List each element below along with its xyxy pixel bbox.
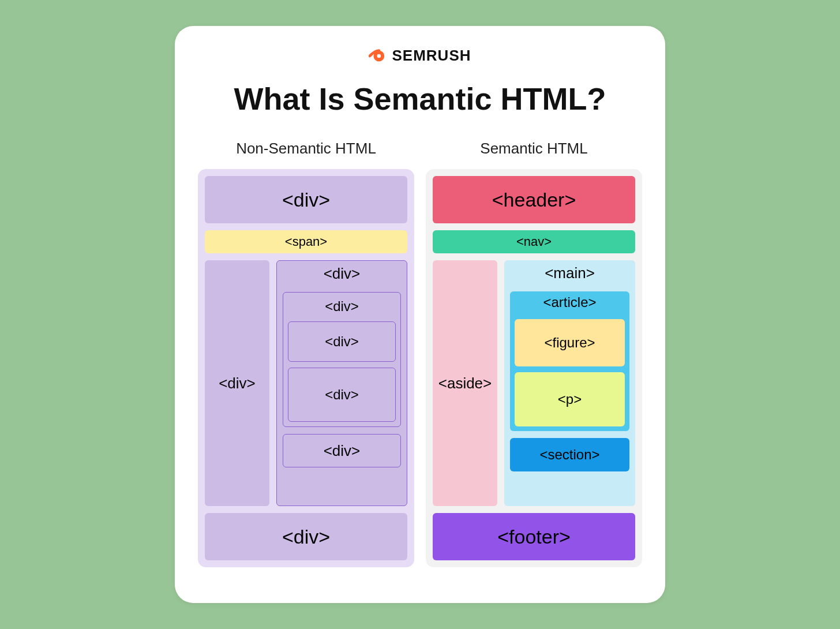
block-article: <article> <figure> <p> [510, 291, 629, 431]
page-title: What Is Semantic HTML? [198, 81, 642, 117]
block-figure: <figure> [515, 319, 625, 366]
infographic-card: SEMRUSH What Is Semantic HTML? Non-Seman… [175, 26, 665, 603]
block-nav-span: <span> [205, 230, 407, 253]
label-main: <main> [510, 260, 629, 286]
block-section-div: <div> [283, 434, 401, 467]
block-footer: <footer> [433, 513, 635, 560]
label-article: <article> [515, 291, 625, 313]
columns-row: Non-Semantic HTML <div> <span> <div> <di… [198, 140, 642, 567]
block-aside: <aside> [433, 260, 497, 506]
mid-row-left: <div> <div> <div> <div> <div> <div> [205, 260, 407, 506]
block-article-div: <div> <div> <div> [283, 292, 401, 427]
block-header: <header> [433, 176, 635, 223]
brand-name: SEMRUSH [392, 47, 471, 65]
layout-panel-left: <div> <span> <div> <div> <div> <div> <di… [198, 169, 414, 567]
block-main: <main> <article> <figure> <p> <section> [504, 260, 635, 506]
block-footer-div: <div> [205, 513, 407, 560]
svg-point-1 [377, 54, 381, 58]
block-figure-div: <div> [288, 321, 396, 362]
column-non-semantic: Non-Semantic HTML <div> <span> <div> <di… [198, 140, 414, 567]
column-semantic: Semantic HTML <header> <nav> <aside> <ma… [426, 140, 642, 567]
column-title-right: Semantic HTML [480, 140, 587, 158]
block-aside-div: <div> [205, 260, 269, 506]
layout-panel-right: <header> <nav> <aside> <main> <article> … [426, 169, 642, 567]
block-p-div: <div> [288, 368, 396, 422]
semrush-flame-icon [369, 47, 386, 65]
label-article-div: <div> [288, 297, 396, 316]
column-title-left: Non-Semantic HTML [236, 140, 376, 158]
brand-row: SEMRUSH [198, 47, 642, 65]
block-main-div: <div> <div> <div> <div> <div> [276, 260, 407, 506]
block-nav: <nav> [433, 230, 635, 253]
mid-row-right: <aside> <main> <article> <figure> <p> <s… [433, 260, 635, 506]
block-p: <p> [515, 372, 625, 426]
block-section: <section> [510, 438, 629, 471]
label-main-div: <div> [283, 261, 401, 286]
block-header-div: <div> [205, 176, 407, 223]
